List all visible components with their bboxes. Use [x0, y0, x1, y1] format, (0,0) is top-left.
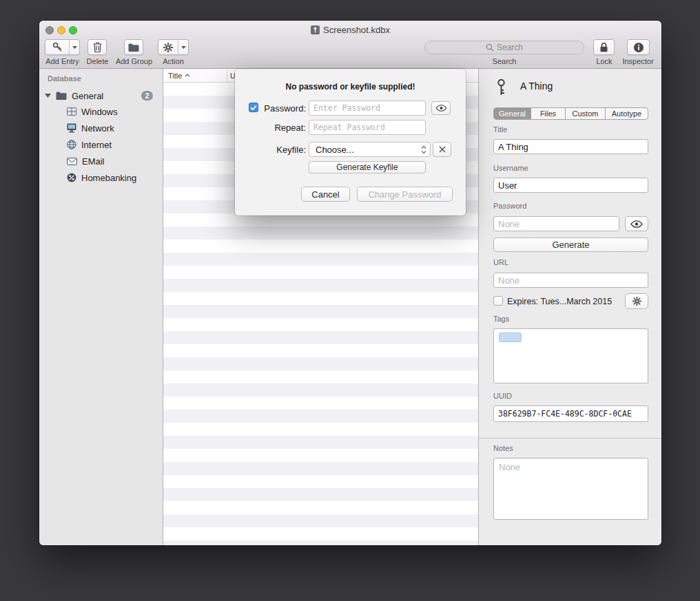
- tags-label: Tags: [493, 315, 509, 323]
- windows-icon: [67, 107, 76, 116]
- password-label: Password: [493, 202, 526, 210]
- group-label: General: [72, 91, 103, 101]
- show-password-button[interactable]: [431, 101, 451, 115]
- search-label: Search: [484, 57, 525, 65]
- trash-icon: [93, 42, 102, 52]
- new-password-field[interactable]: [309, 101, 426, 116]
- gear-icon: [632, 297, 641, 306]
- inspector-panel: A Thing General Files Custom Autotype Ti…: [479, 69, 661, 545]
- column-header-title[interactable]: Title: [163, 72, 227, 80]
- inspector-tabs: General Files Custom Autotype: [493, 107, 648, 120]
- percent-coin-icon: [67, 173, 76, 182]
- close-x-icon: [439, 146, 446, 153]
- notes-label: Notes: [493, 444, 513, 452]
- change-password-button: Change Password: [357, 187, 453, 202]
- group-label: Network: [81, 123, 114, 134]
- show-password-button[interactable]: [625, 216, 648, 231]
- document-proxy-icon: [311, 25, 320, 34]
- folder-add-icon: [128, 43, 139, 52]
- tag-token[interactable]: [499, 333, 522, 342]
- window-title: Screenshot.kdbx: [323, 25, 390, 35]
- toolbar: Add Entry Delete Add Group: [39, 39, 661, 69]
- search-input[interactable]: Search: [424, 41, 584, 54]
- sidebar-item-internet[interactable]: Internet: [39, 136, 163, 153]
- app-window: Screenshot.kdbx Add Entry Delete: [39, 21, 661, 545]
- disclosure-triangle-icon[interactable]: [45, 94, 51, 98]
- gear-icon: [158, 40, 178, 54]
- sidebar-section-header: Database: [48, 74, 81, 83]
- dialog-message: No password or keyfile supplied!: [235, 82, 466, 92]
- search-placeholder: Search: [497, 43, 523, 52]
- uuid-label: UUID: [493, 392, 512, 400]
- cancel-button[interactable]: Cancel: [301, 187, 350, 202]
- lock-button[interactable]: [593, 39, 615, 55]
- lock-icon: [599, 42, 608, 52]
- expires-label: Expires: Tues...March 2015: [507, 297, 612, 306]
- keyfile-label: Keyfile:: [247, 145, 306, 155]
- eye-icon: [435, 105, 447, 112]
- globe-icon: [67, 140, 76, 149]
- inspector-button[interactable]: [627, 39, 650, 55]
- notes-field[interactable]: None: [493, 458, 648, 520]
- stepper-icon: [421, 145, 426, 154]
- entry-count-badge: 2: [141, 91, 153, 101]
- url-label: URL: [493, 258, 508, 266]
- search-icon: [486, 43, 494, 52]
- title-label: Title: [493, 125, 507, 134]
- group-label: Homebanking: [81, 173, 136, 183]
- username-label: Username: [493, 164, 528, 172]
- add-entry-button[interactable]: [45, 39, 80, 55]
- title-field[interactable]: [493, 139, 648, 154]
- generate-button[interactable]: Generate: [493, 238, 648, 252]
- tab-general[interactable]: General: [494, 108, 531, 119]
- sidebar-item-homebanking[interactable]: Homebanking: [39, 169, 163, 186]
- action-label: Action: [152, 57, 194, 65]
- eye-icon: [630, 220, 643, 228]
- sort-ascending-icon: [185, 74, 190, 77]
- tags-field[interactable]: [493, 328, 648, 383]
- sidebar-item-email[interactable]: EMail: [39, 153, 163, 169]
- sidebar-item-network[interactable]: Network: [39, 120, 163, 136]
- monitor-icon: [67, 123, 76, 133]
- tab-custom[interactable]: Custom: [566, 108, 606, 119]
- info-icon: [633, 42, 644, 53]
- tab-files[interactable]: Files: [531, 108, 566, 119]
- sidebar-item-windows[interactable]: Windows: [39, 103, 163, 120]
- username-field[interactable]: [493, 178, 648, 193]
- group-label: Internet: [81, 140, 112, 150]
- expires-checkbox[interactable]: [493, 296, 503, 306]
- add-entry-menu-arrow[interactable]: [69, 40, 79, 54]
- entry-title: A Thing: [520, 81, 553, 92]
- action-button[interactable]: [158, 39, 189, 55]
- inspector-label: Inspector: [617, 57, 659, 65]
- add-group-button[interactable]: [124, 39, 143, 55]
- url-field[interactable]: [493, 273, 648, 288]
- window-title-bar: Screenshot.kdbx: [39, 21, 661, 39]
- inspector-divider: [479, 438, 661, 439]
- key-plus-icon: [45, 40, 69, 54]
- change-password-dialog: No password or keyfile supplied! Passwor…: [235, 69, 466, 215]
- repeat-password-field[interactable]: [309, 120, 426, 135]
- sidebar-item-general[interactable]: General 2: [39, 87, 163, 104]
- expires-settings-button[interactable]: [625, 293, 648, 309]
- tab-autotype[interactable]: Autotype: [606, 108, 648, 119]
- group-label: Windows: [81, 107, 118, 117]
- repeat-label: Repeat:: [247, 123, 306, 133]
- key-icon: [495, 78, 507, 96]
- mail-icon: [67, 158, 77, 165]
- clear-keyfile-button[interactable]: [433, 142, 451, 157]
- password-label: Password:: [247, 103, 306, 114]
- action-menu-arrow[interactable]: [178, 40, 188, 54]
- add-group-label: Add Group: [113, 57, 155, 65]
- delete-button[interactable]: [88, 39, 107, 55]
- generate-keyfile-button[interactable]: Generate Keyfile: [309, 161, 426, 173]
- group-label: EMail: [82, 156, 105, 167]
- uuid-field[interactable]: [493, 405, 648, 422]
- delete-label: Delete: [76, 57, 119, 65]
- folder-icon: [56, 92, 67, 100]
- keyfile-popup[interactable]: Choose...: [309, 142, 431, 157]
- notes-placeholder: None: [499, 462, 520, 472]
- password-field[interactable]: [493, 216, 619, 231]
- window-chrome: Screenshot.kdbx Add Entry Delete: [39, 21, 661, 69]
- sidebar: Database General 2 Windows Network: [39, 69, 163, 545]
